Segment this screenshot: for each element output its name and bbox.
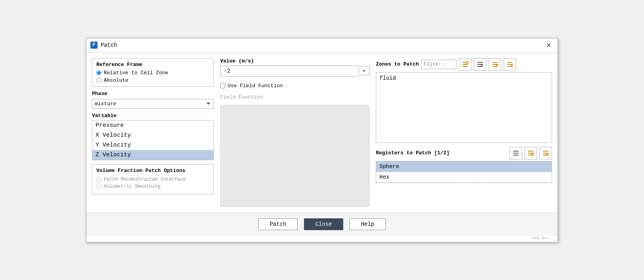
svg-rect-7 <box>492 62 498 63</box>
zones-clear-icon <box>506 61 513 68</box>
svg-rect-8 <box>492 64 498 65</box>
variable-item-yvelocity[interactable]: Y Velocity <box>92 140 213 150</box>
zones-clear-button[interactable] <box>504 58 516 71</box>
patch-reconstructed-checkbox <box>96 177 101 182</box>
svg-rect-20 <box>543 153 548 154</box>
value-section: Value (m/s) ▼ <box>220 58 370 80</box>
value-input[interactable] <box>220 66 359 77</box>
svg-rect-2 <box>462 66 468 67</box>
middle-panel: Value (m/s) ▼ Use Field Function Field F… <box>220 58 370 207</box>
zone-item-fluid[interactable]: fluid <box>379 75 548 81</box>
zones-header: Zones to Patch <box>376 58 552 71</box>
right-panel: Zones to Patch <box>376 58 552 207</box>
radio-absolute-input[interactable] <box>96 78 101 83</box>
registers-select-all-button[interactable] <box>510 147 522 159</box>
radio-relative-input[interactable] <box>96 70 101 75</box>
svg-rect-18 <box>528 155 534 156</box>
registers-list: Sphere Hex <box>376 161 552 183</box>
value-input-row: ▼ <box>220 66 370 77</box>
zones-to-patch-section: Zones to Patch <box>376 58 552 143</box>
registers-check-button[interactable] <box>524 147 537 159</box>
patch-dialog: F Patch ✕ Reference Frame Relative to Ce… <box>86 38 558 242</box>
footer: Patch Close Help <box>86 212 558 236</box>
value-dropdown-button[interactable]: ▼ <box>359 66 370 75</box>
phase-section: Phase mixture <box>92 91 214 109</box>
variable-section: Variable Pressure X Velocity Y Velocity … <box>92 113 214 160</box>
radio-relative[interactable]: Relative to Cell Zone <box>96 70 210 76</box>
zones-check-button[interactable] <box>489 58 501 71</box>
registers-check-icon <box>527 150 534 157</box>
svg-rect-17 <box>528 153 534 154</box>
value-label: Value (m/s) <box>220 58 370 64</box>
zones-to-patch-label: Zones to Patch <box>376 61 419 67</box>
patch-reconstructed-label: Patch Reconstructed Interface <box>104 177 186 182</box>
registers-header: Registers to Patch [1/2] <box>376 147 552 159</box>
variable-label: Variable <box>92 113 214 119</box>
close-button[interactable]: Close <box>304 218 343 230</box>
registers-select-all-icon <box>512 150 519 157</box>
help-button[interactable]: Help <box>350 218 386 230</box>
svg-rect-1 <box>462 64 468 65</box>
volumetric-smoothing-checkbox <box>96 184 101 189</box>
volume-fraction-section: Volume Fraction Patch Options Patch Reco… <box>92 164 214 194</box>
phase-select[interactable]: mixture <box>92 99 214 109</box>
svg-rect-5 <box>477 64 483 65</box>
use-field-function-option[interactable]: Use Field Function <box>220 83 370 89</box>
svg-rect-9 <box>492 66 498 67</box>
use-field-function-label: Use Field Function <box>228 83 283 89</box>
svg-rect-13 <box>513 151 519 152</box>
close-window-button[interactable]: ✕ <box>544 41 554 50</box>
variable-list: Pressure X Velocity Y Velocity Z Velocit… <box>92 120 214 160</box>
variable-item-xvelocity[interactable]: X Velocity <box>92 130 213 140</box>
zones-check-icon <box>491 61 499 68</box>
volume-fraction-label: Volume Fraction Patch Options <box>96 168 210 174</box>
app-icon: F <box>90 42 98 49</box>
variable-item-zvelocity[interactable]: Z Velocity <box>92 150 213 160</box>
register-item-sphere[interactable]: Sphere <box>376 161 552 172</box>
svg-rect-4 <box>477 62 483 63</box>
volumetric-smoothing-option: Volumetric Smoothing <box>96 184 210 189</box>
patch-reconstructed-option: Patch Reconstructed Interface <box>96 177 210 182</box>
svg-rect-16 <box>528 151 534 152</box>
title-bar: F Patch ✕ <box>86 38 558 53</box>
reference-frame-label: Reference Frame <box>96 62 210 68</box>
registers-to-patch-section: Registers to Patch [1/2] <box>376 147 552 183</box>
phase-label: Phase <box>92 91 214 97</box>
registers-to-patch-label: Registers to Patch [1/2] <box>376 150 507 156</box>
zones-select-all-button[interactable] <box>459 58 471 71</box>
register-item-hex[interactable]: Hex <box>376 172 552 183</box>
reference-frame-options: Relative to Cell Zone Absolute <box>96 70 210 83</box>
left-panel: Reference Frame Relative to Cell Zone Ab… <box>92 58 214 207</box>
svg-rect-10 <box>507 62 513 63</box>
radio-absolute-label: Absolute <box>104 77 128 83</box>
zones-deselect-icon <box>477 61 484 68</box>
radio-absolute[interactable]: Absolute <box>96 77 210 83</box>
field-function-area <box>220 105 370 207</box>
zones-select-all-icon <box>462 61 469 68</box>
zones-list: fluid <box>376 72 552 143</box>
reference-frame-section: Reference Frame Relative to Cell Zone Ab… <box>92 58 214 87</box>
svg-rect-15 <box>513 155 519 156</box>
radio-relative-label: Relative to Cell Zone <box>104 70 168 76</box>
svg-rect-19 <box>543 151 548 152</box>
patch-button[interactable]: Patch <box>258 218 298 230</box>
variable-item-pressure[interactable]: Pressure <box>92 121 213 130</box>
svg-point-3 <box>466 61 469 64</box>
watermark: CSDN @YJ... <box>86 236 558 242</box>
main-content: Reference Frame Relative to Cell Zone Ab… <box>86 53 558 212</box>
title-bar-left: F Patch <box>90 42 117 49</box>
zones-filter-input[interactable] <box>421 60 456 69</box>
use-field-function-checkbox[interactable] <box>220 83 225 88</box>
svg-rect-11 <box>507 64 513 65</box>
volumetric-smoothing-label: Volumetric Smoothing <box>104 184 160 189</box>
registers-clear-button[interactable] <box>539 147 552 159</box>
registers-clear-icon <box>542 150 549 157</box>
field-function-label: Field Function <box>220 94 370 100</box>
svg-rect-14 <box>513 153 519 154</box>
window-title: Patch <box>101 42 117 48</box>
zones-deselect-button[interactable] <box>474 58 486 71</box>
